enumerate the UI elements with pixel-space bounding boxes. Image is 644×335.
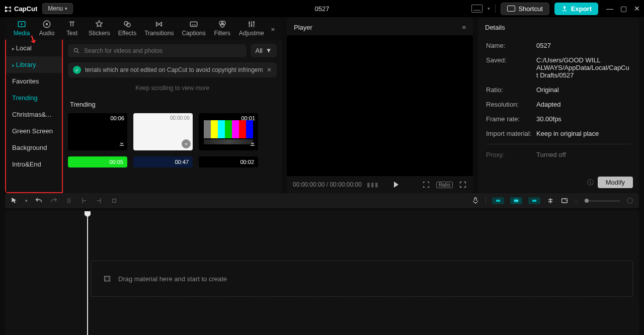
svg-rect-5	[190, 22, 197, 27]
svg-point-10	[251, 25, 252, 26]
zoom-out[interactable]: ○	[575, 197, 579, 205]
svg-rect-18	[105, 276, 110, 281]
trim-left-tool	[80, 197, 88, 205]
scroll-hint: Keep scrolling to view more	[68, 77, 277, 99]
download-icon[interactable]	[182, 139, 191, 148]
zoom-slider[interactable]	[585, 200, 620, 202]
timeline-toolbar: ▾ ○	[5, 193, 639, 208]
player-menu-icon[interactable]: ≡	[462, 24, 466, 31]
sidebar-background[interactable]: Background	[6, 139, 62, 156]
maximize-button[interactable]: ▢	[620, 5, 627, 13]
copyright-notice: ✓ terials which are not edited on CapCut…	[68, 62, 277, 77]
sidebar-favorites[interactable]: Favorites	[6, 73, 62, 90]
download-icon[interactable]	[118, 140, 125, 148]
tab-adjustment[interactable]: Adjustme	[235, 18, 268, 40]
search-icon	[73, 47, 80, 54]
clip-thumb[interactable]: 00:06	[68, 113, 127, 150]
tab-stickers[interactable]: Stickers	[85, 18, 114, 40]
detail-framerate: 30.00fps	[536, 115, 631, 123]
pointer-dropdown[interactable]: ▾	[25, 198, 28, 203]
clip-thumb[interactable]: 00:00:06	[133, 113, 193, 150]
pointer-tool[interactable]	[10, 197, 18, 205]
track-mode-2[interactable]	[510, 197, 522, 204]
layout-icon[interactable]	[471, 5, 482, 13]
svg-point-2	[46, 23, 48, 26]
media-sidebar: Local Library Favorites Trending Christm…	[5, 40, 63, 193]
timeline[interactable]: Drag material here and start to create	[5, 210, 639, 335]
app-logo: CapCut	[4, 5, 37, 13]
svg-point-8	[220, 24, 224, 28]
svg-rect-13	[113, 199, 116, 203]
detail-proxy: Turned off	[536, 151, 631, 158]
section-title: Trending	[70, 101, 277, 108]
redo-button[interactable]	[50, 197, 58, 205]
svg-point-11	[253, 22, 255, 23]
notice-close[interactable]: ✕	[267, 66, 272, 73]
sidebar-intro-end[interactable]: Intro&End	[6, 156, 62, 173]
details-title: Details	[485, 24, 505, 31]
detail-resolution: Adapted	[536, 101, 631, 108]
tab-filters[interactable]: Filters	[210, 18, 235, 40]
keyboard-icon	[507, 6, 515, 12]
sidebar-library[interactable]: Library	[6, 56, 62, 73]
modify-button[interactable]: Modify	[598, 177, 633, 188]
sidebar-trending[interactable]: Trending	[6, 90, 62, 106]
svg-point-17	[627, 198, 633, 204]
tabs-overflow[interactable]: »	[268, 22, 278, 36]
project-title: 0527	[315, 5, 330, 13]
trim-right-tool	[95, 197, 103, 205]
tab-transitions[interactable]: Transitions	[140, 18, 178, 40]
player-time: 00:00:00:00 / 00:00:00:00	[293, 181, 362, 188]
player-viewport	[287, 35, 473, 176]
play-button[interactable]	[394, 182, 398, 188]
tab-effects[interactable]: Effects	[114, 18, 140, 40]
clip-thumb[interactable]: 00:05	[68, 156, 127, 168]
tab-text[interactable]: Text	[59, 18, 85, 40]
media-tabstrip: ↘ Media Audio Text Stickers Effects Tran…	[5, 18, 282, 40]
menu-button[interactable]: Menu▾	[42, 3, 73, 14]
fullscreen-icon[interactable]	[459, 181, 467, 189]
clip-thumb[interactable]: 00:47	[133, 156, 193, 168]
minimize-button[interactable]: —	[606, 5, 613, 13]
svg-point-16	[566, 198, 568, 200]
export-button[interactable]: Export	[554, 3, 598, 15]
scan-icon[interactable]	[422, 181, 430, 189]
filter-icon	[266, 48, 272, 54]
filter-all-button[interactable]: All	[251, 44, 277, 57]
mic-button[interactable]	[471, 197, 479, 205]
svg-point-9	[249, 22, 250, 24]
clip-thumb[interactable]: 00:02	[199, 156, 258, 168]
track-mode-1[interactable]	[492, 197, 504, 204]
search-input[interactable]	[68, 44, 247, 57]
split-tool	[65, 197, 73, 205]
check-icon: ✓	[73, 66, 81, 74]
playhead[interactable]	[85, 211, 91, 335]
download-icon[interactable]	[249, 140, 256, 148]
zoom-fit[interactable]	[626, 197, 634, 205]
sidebar-green-screen[interactable]: Green Screen	[6, 123, 62, 139]
detail-name: 0527	[536, 42, 631, 49]
sidebar-christmas[interactable]: Christmas&...	[6, 106, 62, 123]
detail-saved: C:/Users/GOOD WILL ALWAYS/AppData/Local/…	[536, 56, 631, 79]
close-button[interactable]: ✕	[634, 5, 640, 13]
tab-captions[interactable]: Captions	[178, 18, 209, 40]
track-mode-3[interactable]	[528, 197, 540, 204]
ratio-button[interactable]: Ratio	[436, 182, 453, 188]
tab-media[interactable]: Media	[9, 18, 34, 40]
sidebar-local[interactable]: Local	[5, 39, 63, 56]
tab-audio[interactable]: Audio	[34, 18, 59, 40]
clip-thumb[interactable]: 00:01	[199, 113, 258, 150]
drop-track[interactable]: Drag material here and start to create	[91, 261, 633, 297]
preview-tool[interactable]	[560, 197, 569, 205]
film-icon	[103, 275, 111, 283]
detail-import: Keep in original place	[536, 130, 631, 137]
detail-ratio: Original	[536, 86, 631, 94]
delete-tool	[110, 197, 118, 205]
info-icon[interactable]: ⓘ	[587, 178, 594, 187]
player-title: Player	[294, 24, 312, 31]
svg-point-12	[74, 48, 77, 52]
shortcut-button[interactable]: Shortcut	[501, 3, 549, 15]
align-tool[interactable]	[546, 197, 554, 205]
undo-button[interactable]	[35, 197, 43, 205]
